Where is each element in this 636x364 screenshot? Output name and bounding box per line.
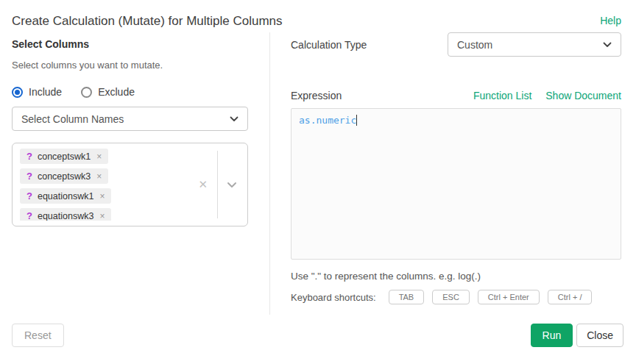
column-names-select[interactable]: Select Column Names [12,107,248,131]
selected-columns-box[interactable]: ? conceptswk1 × ? conceptswk3 × ? equati… [12,143,248,226]
column-tag-label: conceptswk3 [38,171,91,182]
dialog-title: Create Calculation (Mutate) for Multiple… [12,14,283,29]
unknown-type-icon: ? [26,171,32,182]
unknown-type-icon: ? [26,210,32,221]
keyboard-shortcuts-row: Keyboard shortcuts: TAB ESC Ctrl + Enter… [291,290,621,304]
run-button[interactable]: Run [531,324,573,347]
radio-include-label: Include [29,86,62,98]
include-exclude-radio-group: Include Exclude [12,86,248,98]
expression-links: Function List Show Document [473,90,621,101]
calculation-type-select[interactable]: Custom [448,32,621,57]
show-document-link[interactable]: Show Document [545,90,621,101]
keyboard-shortcut-key: Ctrl + / [548,290,593,304]
chevron-down-icon [603,42,612,48]
remove-column-icon[interactable]: × [99,191,105,201]
mutate-dialog: Create Calculation (Mutate) for Multiple… [0,0,636,364]
keyboard-shortcuts-list: TAB ESC Ctrl + Enter Ctrl + / [389,290,593,304]
chevron-down-icon [230,116,239,122]
keyboard-shortcuts-label: Keyboard shortcuts: [291,292,376,303]
calculation-panel: Calculation Type Custom Expression Funct… [269,32,636,315]
expression-header-row: Expression Function List Show Document [291,90,621,101]
close-button[interactable]: Close [576,324,623,347]
radio-include-control[interactable] [12,87,23,98]
column-tag-label: conceptswk1 [38,151,91,162]
remove-column-icon[interactable]: × [99,211,105,221]
remove-column-icon[interactable]: × [96,151,102,162]
expression-label: Expression [291,90,342,101]
keyboard-shortcut-key: Ctrl + Enter [478,290,540,304]
keyboard-shortcut-key: ESC [432,290,470,304]
remove-column-icon[interactable]: × [96,171,102,182]
select-columns-subheading: Select columns you want to mutate. [12,60,248,71]
radio-include[interactable]: Include [12,86,62,98]
select-columns-panel: Select Columns Select columns you want t… [0,32,269,315]
calculation-type-label: Calculation Type [291,39,367,51]
selected-column-tag: ? conceptswk3 × [20,168,108,184]
selected-column-tag: ? conceptswk1 × [20,149,108,164]
unknown-type-icon: ? [26,151,32,162]
radio-exclude-label: Exclude [98,86,135,98]
calculation-type-value: Custom [457,39,492,51]
column-tag-label: equationswk1 [38,191,93,201]
selected-column-tag: ? equationswk3 × [20,208,111,221]
unknown-type-icon: ? [26,190,32,201]
selected-column-tag: ? equationswk1 × [20,188,111,204]
expression-editor[interactable]: as.numeric [291,108,621,260]
radio-exclude-control[interactable] [81,87,92,98]
dialog-header: Create Calculation (Mutate) for Multiple… [0,0,636,29]
keyboard-shortcut-key: TAB [389,290,425,304]
calculation-type-row: Calculation Type Custom [291,32,621,57]
selected-columns-list: ? conceptswk1 × ? conceptswk3 × ? equati… [20,149,188,221]
function-list-link[interactable]: Function List [473,90,531,101]
radio-exclude[interactable]: Exclude [81,86,135,98]
select-columns-heading: Select Columns [12,38,248,50]
help-link[interactable]: Help [600,15,621,26]
column-names-select-value: Select Column Names [21,113,124,125]
expression-code: as.numeric [299,115,356,126]
column-tag-label: equationswk3 [38,211,93,221]
text-cursor [356,115,357,126]
chevron-down-icon[interactable] [218,182,243,188]
reset-button[interactable]: Reset [12,324,64,347]
dialog-footer: Reset Run Close [0,315,636,347]
dialog-body: Select Columns Select columns you want t… [0,32,636,315]
expression-hint: Use "." to represent the columns. e.g. l… [291,271,621,282]
clear-all-columns-icon[interactable]: ✕ [188,178,217,191]
